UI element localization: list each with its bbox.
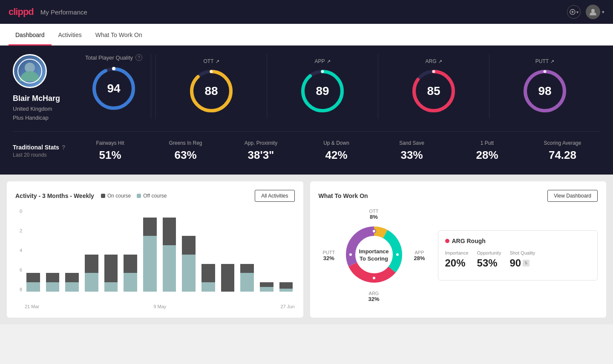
work-header: What To Work On View Dashboard [319, 190, 598, 202]
putt-label: PUTT 32% [323, 250, 335, 261]
ott-gauge: 88 [188, 68, 235, 115]
stat-name-1: Greens In Reg [148, 140, 223, 146]
bar-on-course [221, 264, 235, 292]
stat-value-3: 42% [299, 149, 374, 162]
bar-stack [63, 209, 81, 292]
bar-off-course [260, 287, 273, 292]
bar-chart-body: 21 Mar 9 May 27 Jun [25, 209, 295, 309]
bar-group [83, 209, 100, 292]
bar-group [278, 209, 295, 292]
bar-chart [25, 209, 295, 302]
bar-stack [141, 209, 158, 292]
player-info: Blair McHarg United Kingdom Plus Handica… [13, 54, 72, 121]
bar-group [44, 209, 61, 292]
chart-title: Activity - 3 Months - Weekly [15, 192, 94, 199]
arrow-icon: ↗ [550, 59, 554, 64]
arg-value: 85 [427, 84, 440, 98]
bar-group [219, 209, 236, 292]
stat-item-1: Greens In Reg 63% [148, 140, 223, 162]
ott-value: 88 [204, 84, 218, 98]
stat-value-1: 63% [148, 149, 223, 162]
legend-on-course: On course [101, 193, 131, 199]
y-label-6: 6 [15, 267, 22, 272]
chart-legend: On course Off course [101, 193, 167, 199]
opportunity-value: 53% [477, 257, 501, 269]
what-to-work-on-panel: What To Work On View Dashboard OTT 8% AP… [310, 181, 607, 318]
bar-off-course [85, 273, 98, 292]
bar-on-course [124, 255, 137, 273]
bar-on-course [163, 218, 176, 245]
score-cards: OTT ↗ 88 APP ↗ 89 ARG ↗ [155, 54, 600, 119]
shot-quality-value: 90 ⇅ [509, 257, 530, 269]
donut-center-text: Importance To Scoring [359, 248, 389, 263]
add-button[interactable]: ▾ [567, 5, 581, 19]
bar-group [161, 209, 178, 292]
all-activities-button[interactable]: All Activities [255, 190, 294, 202]
x-label-mar: 21 Mar [25, 304, 39, 309]
bar-on-course [201, 264, 215, 283]
avatar [586, 5, 600, 19]
bar-group [25, 209, 42, 292]
stat-item-4: Sand Save 33% [374, 140, 449, 162]
red-dot-icon [445, 239, 449, 243]
svg-point-14 [321, 70, 324, 73]
bar-stack [122, 209, 139, 292]
header-title: My Performance [40, 9, 87, 16]
donut-area: OTT 8% APP 28% ARG 32% PUTT 32% [319, 209, 429, 302]
tab-dashboard[interactable]: Dashboard [9, 24, 52, 46]
svg-point-29 [349, 253, 352, 256]
view-dashboard-button[interactable]: View Dashboard [547, 190, 598, 202]
info-metrics: Importance 20% Opportunity 53% Shot Qual… [445, 250, 591, 269]
user-avatar-button[interactable]: ▾ [586, 5, 604, 19]
ott-label: OTT 8% [369, 209, 379, 220]
off-course-dot [137, 194, 141, 198]
bar-off-course [240, 273, 254, 292]
performance-panel: Blair McHarg United Kingdom Plus Handica… [0, 46, 613, 175]
bar-off-course [26, 282, 40, 292]
putt-label: PUTT ↗ [535, 58, 554, 64]
stat-value-0: 51% [72, 149, 148, 162]
bar-stack [278, 209, 295, 292]
y-label-4: 4 [15, 248, 22, 253]
bar-group [122, 209, 139, 292]
bar-on-course [26, 273, 40, 282]
putt-gauge: 98 [521, 68, 568, 115]
opportunity-label: Opportunity [477, 250, 501, 255]
work-content: OTT 8% APP 28% ARG 32% PUTT 32% [319, 209, 598, 302]
bar-on-course [260, 282, 273, 287]
bar-off-course [46, 282, 60, 292]
shot-quality-label: Shot Quality [509, 250, 535, 255]
player-row: Blair McHarg United Kingdom Plus Handica… [13, 54, 600, 121]
app-gauge: 89 [299, 68, 346, 115]
y-label-2: 2 [15, 228, 22, 233]
bar-on-course [46, 273, 60, 282]
importance-metric: Importance 20% [445, 250, 469, 269]
bar-off-course [65, 282, 79, 292]
help-icon[interactable]: ? [135, 54, 142, 61]
putt-value: 98 [538, 84, 551, 98]
tpq-value: 94 [107, 82, 120, 95]
tab-what-to-work-on[interactable]: What To Work On [89, 24, 149, 46]
score-card-arg: ARG ↗ 85 [378, 54, 489, 119]
donut-chart: Importance To Scoring [342, 223, 406, 288]
stat-value-5: 28% [449, 149, 525, 162]
stat-value-4: 33% [374, 149, 449, 162]
bar-stack [180, 209, 197, 292]
stats-help-icon[interactable]: ? [62, 144, 66, 151]
sort-icon: ⇅ [523, 260, 530, 267]
bar-group [239, 209, 256, 292]
bar-on-course [279, 282, 293, 289]
stats-sublabel: Last 20 rounds [13, 152, 72, 158]
stat-name-3: Up & Down [299, 140, 374, 146]
bar-off-course [182, 255, 196, 292]
chart-header: Activity - 3 Months - Weekly On course O… [15, 190, 295, 202]
bar-chart-area: 8 6 4 2 0 [15, 209, 295, 309]
bar-off-course [104, 282, 118, 292]
header-right: ▾ ▾ [567, 5, 604, 19]
tab-activities[interactable]: Activities [52, 24, 89, 46]
score-card-putt: PUTT ↗ 98 [489, 54, 600, 119]
legend-off-course: Off course [137, 193, 167, 199]
arg-label: ARG 32% [368, 291, 379, 302]
player-avatar [13, 54, 47, 88]
logo: clippd [9, 6, 34, 17]
